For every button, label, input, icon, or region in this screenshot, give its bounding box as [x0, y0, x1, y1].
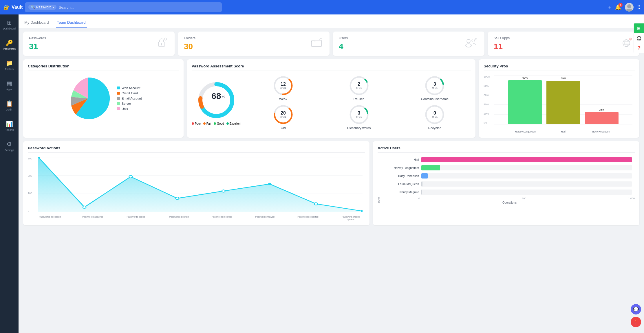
metric-circle-recycled: 0 of 31 — [424, 104, 445, 125]
svg-text:68: 68 — [212, 91, 221, 101]
h-bar-fill-laura — [421, 181, 422, 187]
active-users-title: Active Users — [378, 146, 635, 153]
sidebar-item-dashboard[interactable]: ⊞ Dashboard — [0, 14, 19, 35]
dot-excellent — [226, 122, 229, 125]
app-name: Vault — [12, 5, 23, 10]
x-label-sharing: Password sharing updated — [339, 216, 363, 221]
location-button[interactable]: 📍 — [631, 317, 641, 327]
users-value: 4 — [339, 42, 343, 51]
folders-value: 30 — [184, 42, 193, 51]
sso-label: SSO Apps — [494, 36, 510, 40]
content-area: Passwords 31 Folders 30 — [19, 28, 644, 333]
add-button[interactable]: + — [608, 4, 612, 11]
legend-label-unix: Unix — [122, 107, 128, 111]
metric-circle-dictionary: 3 of 31 — [349, 104, 369, 125]
sidebar: ⊞ Dashboard 🔑 Passwords 📁 Folders ▦ Apps… — [0, 14, 19, 333]
metric-center-old: 20 of 31 — [280, 111, 286, 118]
legend-dot-server — [117, 102, 120, 105]
panel-headset-icon[interactable]: 🎧 — [634, 33, 644, 43]
svg-point-3 — [161, 43, 162, 45]
metric-center-dictionary: 3 of 31 — [356, 111, 362, 118]
help-icon: ❓ — [636, 46, 641, 50]
folders-label: Folders — [184, 36, 195, 40]
user-avatar[interactable] — [625, 3, 634, 12]
main-content: My Dashboard Team Dashboard Passwords 31 — [19, 14, 644, 333]
panel-icon-1: ⊞ — [637, 26, 641, 31]
sidebar-label-settings: Settings — [5, 149, 14, 152]
sso-info: SSO Apps 11 — [494, 36, 510, 51]
floating-bottom: 💬 📍 — [631, 304, 641, 327]
panel-green-icon[interactable]: ⊞ — [634, 23, 644, 33]
h-bar-fill-tracy — [421, 173, 428, 179]
assessment-card: Password Assessment Score 68 % — [187, 59, 476, 138]
legend-dot-web — [117, 87, 120, 89]
bar-label-hari: 89% — [561, 77, 566, 80]
h-bar-laura: Laura McQueen — [387, 181, 632, 187]
legend-label-server: Server — [122, 102, 131, 105]
sidebar-item-passwords[interactable]: 🔑 Passwords — [0, 35, 19, 55]
metric-circle-old: 20 of 31 — [273, 104, 294, 125]
app-logo: 🔐 Vault — [3, 5, 19, 10]
svg-point-0 — [627, 4, 631, 8]
x-label-acquired: Passwords acquired — [81, 216, 105, 221]
h-bar-nancy: Nancy Maguire — [387, 190, 632, 195]
categories-title: Categories Distribution — [28, 64, 179, 71]
panel-help-icon[interactable]: ❓ — [634, 43, 644, 53]
folders-info: Folders 30 — [184, 36, 195, 51]
h-bar-chart-area: Hari Harvey Longbottom — [384, 157, 635, 204]
label-excellent: Excellent — [230, 122, 241, 125]
chat-icon: 💬 — [633, 307, 639, 312]
search-bar[interactable]: 🔍 Password ▾ — [25, 2, 222, 12]
metric-center-weak: 12 of 31 — [280, 82, 286, 89]
svg-point-46 — [361, 210, 363, 212]
area-chart-svg — [38, 157, 363, 212]
sidebar-label-folders: Folders — [5, 68, 14, 71]
sidebar-item-apps[interactable]: ▦ Apps — [0, 75, 19, 95]
metric-circle-username: 3 of 31 — [424, 75, 445, 96]
sidebar-item-reports[interactable]: 📊 Reports — [0, 116, 19, 136]
sidebar-label-dashboard: Dashboard — [3, 27, 16, 30]
legend-good: Good — [214, 122, 224, 125]
metric-circle-weak: 12 of 31 — [273, 75, 294, 96]
y-axis-users-label: Users — [378, 157, 381, 204]
x-label-viewed: Passwords viewed — [253, 216, 277, 221]
h-bar-fill-hari — [421, 157, 632, 162]
label-poor: Poor — [195, 122, 201, 125]
sidebar-item-folders[interactable]: 📁 Folders — [0, 55, 19, 75]
x-label-accessed: Passwords accessed — [38, 216, 61, 221]
legend-dot-credit — [117, 92, 120, 95]
metric-denom-reused: of 31 — [356, 87, 362, 89]
svg-text:%: % — [222, 94, 225, 99]
apps-grid-button[interactable]: ⠿ — [637, 5, 641, 10]
y-label-0a: 0 — [28, 209, 32, 212]
tab-my-dashboard[interactable]: My Dashboard — [23, 17, 50, 28]
security-pros-title: Security Pros — [484, 64, 635, 71]
bar-fill-hari — [546, 81, 580, 124]
svg-point-40 — [83, 206, 86, 208]
categories-card: Categories Distribution — [23, 59, 184, 138]
label-good: Good — [217, 122, 224, 125]
y-label-80: 80% — [484, 84, 490, 87]
legend-web-account: Web Account — [117, 86, 142, 90]
svg-point-9 — [466, 44, 471, 47]
label-fair: Fair — [206, 122, 211, 125]
h-bar-track-tracy — [421, 173, 632, 179]
passwords-icon: 🔑 — [6, 39, 13, 46]
pie-chart — [65, 75, 111, 122]
filter-dropdown-icon[interactable]: ▾ — [53, 6, 54, 9]
y-label-100: 100 — [28, 192, 32, 195]
chat-button[interactable]: 💬 — [631, 304, 641, 314]
tab-team-dashboard[interactable]: Team Dashboard — [56, 17, 87, 28]
notifications-button[interactable]: 🔔 1 — [615, 4, 621, 10]
metric-denom-dictionary: of 31 — [356, 115, 362, 118]
search-filter-pill[interactable]: 🔍 Password ▾ — [28, 5, 56, 10]
x-axis-operations-label: Operations — [384, 201, 635, 204]
bottom-dashboard-row: Password Actions 300 200 100 0 — [23, 141, 639, 225]
sidebar-item-settings[interactable]: ⚙ Settings — [0, 136, 19, 156]
y-label-100: 100% — [484, 75, 490, 78]
sidebar-item-audit[interactable]: 📋 Audit — [0, 95, 19, 116]
h-bar-fill-harvey — [421, 165, 440, 170]
search-input[interactable] — [59, 5, 218, 10]
security-pros-chart: 100% 80% 60% 40% 20% 0% — [484, 75, 635, 133]
user-name-tracy: Tracy Robertson — [387, 174, 419, 178]
